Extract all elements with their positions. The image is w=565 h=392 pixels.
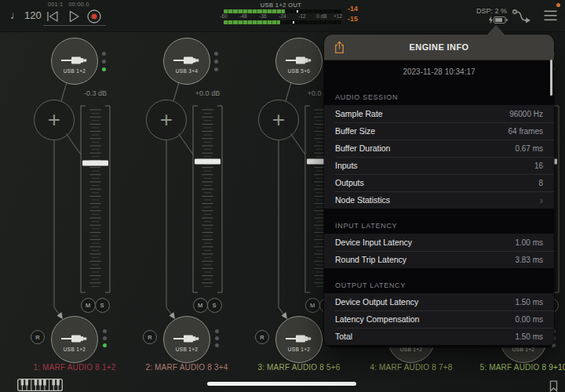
peak-dot — [297, 10, 298, 13]
mute-button[interactable]: M — [81, 298, 96, 313]
play-button[interactable] — [66, 9, 82, 24]
panel-row: Inputs16 — [324, 157, 554, 174]
engine-timestamp: 2023-11-28 10:34:17 — [324, 60, 554, 83]
output-meter-label: USB 1+2 OUT — [222, 2, 340, 9]
input-status-dot — [214, 60, 218, 64]
input-status-dot — [102, 67, 106, 71]
usb-plug-icon — [173, 333, 201, 344]
peak-readout-right: -15 — [348, 15, 358, 23]
section-header: OUTPUT LATENCY — [324, 268, 554, 293]
fader-handle[interactable] — [82, 161, 108, 166]
panel-row: Outputs8 — [324, 174, 554, 191]
channel-name[interactable]: 1: MARF AUDIO 8 1+2 — [19, 363, 130, 372]
top-toolbar: ♩120 001:1 00:00.0 USB 1+2 OUT -60-48-36… — [0, 0, 565, 32]
row-value: 16 — [534, 162, 543, 170]
bookmark-icon[interactable] — [548, 380, 560, 392]
row-value: 0.00 ms — [515, 315, 543, 324]
app-window: -0.3 dBUSB 1+2+MSRUSB 1+21: MARF AUDIO 8… — [0, 0, 565, 392]
add-node-button[interactable]: + — [146, 100, 187, 140]
panel-row: Device Input Latency1.00 ms — [324, 234, 554, 251]
output-node-label: USB 1+2 — [176, 347, 198, 352]
panel-row: Total1.50 ms — [324, 328, 554, 345]
fader-handle[interactable] — [195, 159, 221, 165]
channel-strip-2: +0.0 dBUSB 3+4+MSRUSB 1+22: MARF AUDIO 8… — [131, 0, 242, 392]
output-status-dot — [215, 329, 219, 333]
panel-title: ENGINE INFO — [324, 34, 554, 60]
solo-button[interactable]: S — [95, 298, 110, 313]
record-arm-button[interactable]: R — [255, 330, 269, 344]
usb-plug-icon — [285, 333, 313, 344]
row-value: 3.83 ms — [515, 256, 543, 264]
add-node-button[interactable]: + — [258, 100, 299, 140]
output-status-dot — [215, 343, 219, 347]
usb-plug-icon — [60, 55, 89, 66]
input-node-label: USB 1+2 — [64, 68, 86, 74]
input-node[interactable]: USB 5+6 — [275, 38, 323, 85]
output-meter: USB 1+2 OUT -60-48-36-24-120 dB+12 — [222, 0, 344, 31]
output-node-label: USB 1+2 — [288, 347, 310, 352]
row-label: Node Statistics — [335, 195, 390, 205]
menu-icon[interactable] — [544, 9, 557, 22]
panel-row: Round Trip Latency3.83 ms — [324, 251, 554, 268]
channel-name[interactable]: 5: MARF AUDIO 8 9+10 — [468, 363, 565, 372]
quarter-note-icon: ♩ — [10, 9, 21, 21]
skip-to-start-button[interactable] — [45, 9, 60, 24]
keyboard-icon[interactable] — [17, 379, 63, 391]
channel-name[interactable]: 3: MARF AUDIO 8 5+6 — [243, 363, 355, 372]
meter-scale-label: 0 dB — [316, 13, 326, 19]
row-label: Device Input Latency — [335, 238, 412, 247]
output-node[interactable]: USB 1+2 — [163, 316, 210, 363]
channel-name[interactable]: 4: MARF AUDIO 8 7+8 — [355, 363, 467, 372]
output-status-dot — [215, 336, 219, 340]
routing-icon[interactable] — [511, 7, 534, 26]
output-status-dot — [103, 336, 107, 340]
row-label: Total — [335, 332, 352, 341]
meter-scale-label: -48 — [239, 13, 246, 19]
panel-scrollbar[interactable] — [550, 60, 552, 96]
output-node[interactable]: USB 1+2 — [51, 316, 98, 363]
engine-info-panel: ENGINE INFO 2023-11-28 10:34:17 AUDIO SE… — [324, 34, 554, 347]
meter-bar-left — [224, 9, 341, 13]
input-node[interactable]: USB 1+2 — [51, 38, 98, 85]
output-status-dot — [103, 329, 107, 333]
meter-bar-right — [224, 20, 341, 24]
time-display[interactable]: 001:1 00:00.0 — [48, 2, 89, 7]
panel-body: 2023-11-28 10:34:17 AUDIO SESSIONSample … — [324, 60, 554, 347]
popover-caret — [487, 25, 505, 34]
panel-row: Sample Rate96000 Hz — [324, 105, 554, 122]
input-node[interactable]: USB 3+4 — [163, 38, 210, 85]
panel-row: Buffer Duration0.67 ms — [324, 140, 554, 157]
record-arm-button[interactable]: R — [143, 330, 157, 344]
panel-row: Device Output Latency1.50 ms — [324, 293, 554, 310]
panel-header: ENGINE INFO — [324, 34, 554, 60]
row-label: Round Trip Latency — [335, 255, 406, 264]
input-node-label: USB 3+4 — [176, 68, 198, 74]
meter-scale-label: -36 — [259, 13, 266, 19]
mute-button[interactable]: M — [305, 298, 320, 313]
dsp-load-readout[interactable]: DSP: 2 % — [469, 7, 507, 15]
channel-name[interactable]: 2: MARF AUDIO 8 3+4 — [131, 363, 242, 372]
peak-dot — [293, 21, 294, 24]
mute-button[interactable]: M — [193, 298, 208, 313]
output-node[interactable]: USB 1+2 — [275, 316, 323, 363]
chevron-right-icon: › — [540, 195, 543, 205]
record-arm-button[interactable]: R — [31, 330, 45, 344]
solo-button[interactable]: S — [207, 298, 222, 313]
peak-readout-left: -14 — [348, 5, 358, 13]
horizontal-scrollbar[interactable] — [207, 382, 356, 386]
panel-row-link[interactable]: Node Statistics› — [324, 191, 554, 209]
section-header: INPUT LATENCY — [324, 209, 554, 234]
record-button[interactable] — [86, 9, 102, 24]
tempo-display[interactable]: ♩120 — [10, 9, 42, 21]
row-value: 1.50 ms — [515, 298, 543, 307]
usb-plug-icon — [285, 55, 313, 66]
add-node-button[interactable]: + — [34, 100, 75, 140]
row-label: Latency Compensation — [335, 314, 419, 324]
row-label: Sample Rate — [335, 109, 383, 118]
input-status-dot — [214, 67, 218, 71]
input-status-dot — [102, 52, 106, 56]
row-label: Outputs — [335, 178, 364, 187]
row-label: Device Output Latency — [335, 297, 418, 307]
row-value: 96000 Hz — [509, 110, 543, 118]
input-node-label: USB 5+6 — [288, 68, 310, 74]
